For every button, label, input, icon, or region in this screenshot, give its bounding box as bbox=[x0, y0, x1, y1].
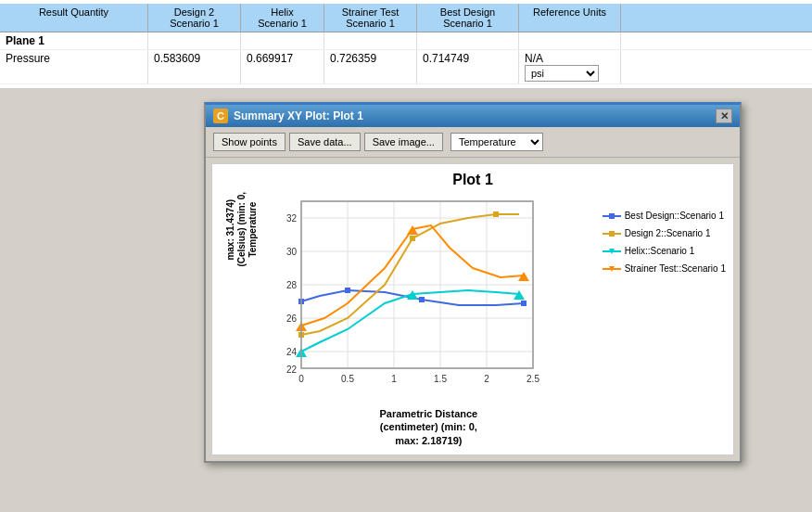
pressure-row: Pressure 0.583609 0.669917 0.726359 0.71… bbox=[0, 50, 812, 84]
pressure-best: 0.714749 bbox=[417, 50, 519, 83]
dialog-title: Summary XY Plot: Plot 1 bbox=[234, 109, 363, 122]
summary-dialog: C Summary XY Plot: Plot 1 ✕ Show points … bbox=[204, 102, 742, 463]
y-axis-label: Temperature(Celsius) (min: 0,max: 31.437… bbox=[220, 192, 264, 267]
dialog-titlebar: C Summary XY Plot: Plot 1 ✕ bbox=[206, 105, 740, 127]
svg-text:2.5: 2.5 bbox=[527, 374, 539, 384]
legend-helix: Helix::Scenario 1 bbox=[603, 246, 726, 256]
legend-line-design2 bbox=[603, 229, 621, 238]
svg-text:1.5: 1.5 bbox=[434, 374, 447, 384]
plane-row: Plane 1 bbox=[0, 32, 812, 50]
plot-container: Plot 1 Temperature(Celsius) (min: 0,max:… bbox=[211, 163, 734, 455]
svg-text:2: 2 bbox=[484, 374, 489, 384]
pressure-d2: 0.583609 bbox=[148, 50, 241, 83]
x-axis-label: Parametric Distance(centimeter) (min: 0,… bbox=[264, 407, 593, 447]
svg-text:32: 32 bbox=[286, 213, 298, 224]
legend: Best Design::Scenario 1 Design 2::Scenar… bbox=[593, 192, 726, 447]
best-design-marker4 bbox=[521, 301, 527, 306]
legend-line-strainer bbox=[603, 264, 621, 274]
svg-text:28: 28 bbox=[286, 280, 298, 290]
chart-wrapper: 32 30 28 26 24 22 0 0.5 1 1.5 2 2.5 bbox=[264, 192, 593, 447]
chart-and-legend: 32 30 28 26 24 22 0 0.5 1 1.5 2 2.5 bbox=[264, 192, 726, 447]
svg-text:0: 0 bbox=[298, 374, 304, 384]
svg-text:30: 30 bbox=[286, 247, 298, 257]
pressure-ref: N/A psi bar Pa bbox=[519, 50, 621, 83]
legend-line-helix bbox=[603, 247, 621, 256]
design2-marker3 bbox=[493, 211, 499, 217]
plane-label: Plane 1 bbox=[0, 32, 148, 49]
plane-best bbox=[417, 32, 519, 49]
legend-label-design2: Design 2::Scenario 1 bbox=[625, 228, 711, 238]
dialog-close-button[interactable]: ✕ bbox=[716, 109, 732, 123]
plane-ref bbox=[519, 32, 621, 49]
plane-d2 bbox=[148, 32, 241, 49]
header-design2: Design 2Scenario 1 bbox=[148, 4, 241, 32]
legend-best-design: Best Design::Scenario 1 bbox=[603, 211, 726, 221]
plot-type-dropdown[interactable]: Temperature Pressure Velocity bbox=[450, 133, 543, 151]
plane-helix bbox=[241, 32, 324, 49]
header-reference-units: Reference Units bbox=[519, 4, 621, 32]
show-points-button[interactable]: Show points bbox=[213, 133, 285, 151]
results-table: Result Quantity Design 2Scenario 1 Helix… bbox=[0, 0, 812, 89]
pressure-label: Pressure bbox=[0, 50, 148, 83]
legend-strainer: Strainer Test::Scenario 1 bbox=[603, 263, 726, 274]
app-icon: C bbox=[213, 109, 228, 123]
svg-text:1: 1 bbox=[391, 374, 397, 384]
plot-type-select[interactable]: Temperature Pressure Velocity bbox=[450, 133, 543, 151]
best-design-marker3 bbox=[419, 297, 425, 302]
legend-label-best: Best Design::Scenario 1 bbox=[625, 211, 724, 221]
save-image-button[interactable]: Save image... bbox=[364, 133, 443, 151]
best-design-marker2 bbox=[345, 288, 350, 293]
chart-svg: 32 30 28 26 24 22 0 0.5 1 1.5 2 2.5 bbox=[264, 192, 561, 405]
svg-text:0.5: 0.5 bbox=[341, 374, 354, 384]
plot-title: Plot 1 bbox=[220, 172, 726, 188]
header-best-design: Best DesignScenario 1 bbox=[417, 4, 519, 32]
plane-strainer bbox=[324, 32, 417, 49]
pressure-helix: 0.669917 bbox=[241, 50, 324, 83]
header-strainer: Strainer TestScenario 1 bbox=[324, 4, 417, 32]
pressure-strainer: 0.726359 bbox=[324, 50, 417, 83]
header-result-quantity: Result Quantity bbox=[0, 4, 148, 32]
svg-text:26: 26 bbox=[286, 314, 298, 324]
svg-rect-24 bbox=[609, 213, 615, 219]
svg-text:24: 24 bbox=[286, 347, 298, 357]
dialog-toolbar: Show points Save data... Save image... T… bbox=[206, 127, 740, 158]
legend-label-helix: Helix::Scenario 1 bbox=[625, 246, 695, 256]
svg-rect-26 bbox=[609, 231, 615, 237]
header-helix: HelixScenario 1 bbox=[241, 4, 324, 32]
plot-content: Temperature(Celsius) (min: 0,max: 31.437… bbox=[220, 192, 726, 447]
save-data-button[interactable]: Save data... bbox=[289, 133, 361, 151]
legend-design2: Design 2::Scenario 1 bbox=[603, 228, 726, 238]
units-select[interactable]: psi bar Pa bbox=[525, 65, 599, 82]
table-header: Result Quantity Design 2Scenario 1 Helix… bbox=[0, 4, 812, 32]
legend-line-best bbox=[603, 211, 621, 221]
svg-text:22: 22 bbox=[286, 365, 298, 375]
legend-label-strainer: Strainer Test::Scenario 1 bbox=[625, 263, 726, 274]
design2-marker2 bbox=[410, 236, 415, 241]
